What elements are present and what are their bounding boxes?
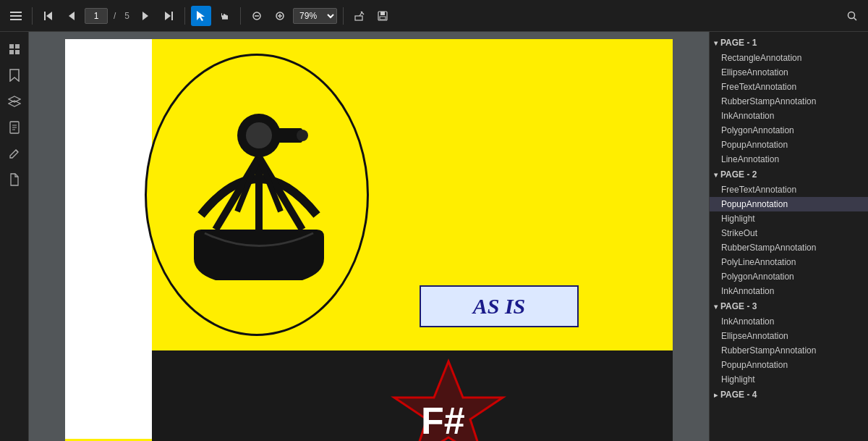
sep4 xyxy=(343,7,344,25)
svg-rect-12 xyxy=(225,14,226,20)
tree-item[interactable]: StrikeOut xyxy=(710,226,868,240)
tree-item[interactable]: FreeTextAnnotation xyxy=(710,80,868,94)
sidebar-edit-button[interactable] xyxy=(3,142,26,165)
svg-rect-24 xyxy=(380,17,386,20)
group-label: PAGE - 4 xyxy=(720,390,757,400)
main-toolbar: 1 / 5 79% 50% 100% 150% xyxy=(0,0,868,32)
tree-item[interactable]: InkAnnotation xyxy=(710,314,868,329)
sep3 xyxy=(240,7,241,25)
save-button[interactable] xyxy=(373,6,393,26)
svg-marker-6 xyxy=(142,12,148,20)
zoom-out-button[interactable] xyxy=(247,6,267,26)
expand-icon: ▾ xyxy=(714,171,718,179)
cursor-tool-button[interactable] xyxy=(191,6,211,26)
svg-text:F#: F# xyxy=(421,400,465,441)
tree-item[interactable]: PopupAnnotation xyxy=(710,197,868,211)
search-area xyxy=(842,6,862,26)
expand-icon: ▸ xyxy=(714,391,718,399)
group-label: PAGE - 3 xyxy=(720,301,757,311)
asis-text: AS IS xyxy=(473,294,526,319)
sidebar-home-button[interactable] xyxy=(3,38,26,61)
tree-item[interactable]: PolygonAnnotation xyxy=(710,123,868,138)
expand-icon: ▾ xyxy=(714,39,718,47)
tree-item[interactable]: RubberStampAnnotation xyxy=(710,240,868,255)
tree-item[interactable]: RectangleAnnotation xyxy=(710,51,868,65)
main-area: PdfViewer xyxy=(0,32,868,441)
tree-item[interactable]: InkAnnotation xyxy=(710,109,868,123)
svg-marker-9 xyxy=(197,11,205,21)
asis-box: AS IS xyxy=(420,285,579,327)
svg-rect-1 xyxy=(10,15,22,17)
svg-rect-23 xyxy=(380,12,385,15)
tree-item[interactable]: EllipseAnnotation xyxy=(710,329,868,343)
svg-marker-4 xyxy=(46,12,52,20)
svg-marker-32 xyxy=(9,101,20,106)
search-button[interactable] xyxy=(842,6,862,26)
pdf-viewer-area[interactable]: PdfViewer xyxy=(29,32,709,441)
page-number-input[interactable]: 1 xyxy=(85,8,108,24)
group-label: PAGE - 2 xyxy=(720,169,757,180)
sidebar-pages-button[interactable] xyxy=(3,116,26,139)
tree-group-page2[interactable]: ▾PAGE - 2 xyxy=(710,167,868,182)
sidebar-layers-button[interactable] xyxy=(3,90,26,113)
black-section: F# xyxy=(152,350,673,441)
sep1 xyxy=(32,7,33,25)
hand-tool-button[interactable] xyxy=(214,6,234,26)
page-total: 5 xyxy=(124,11,129,21)
tree-item[interactable]: RubberStampAnnotation xyxy=(710,94,868,109)
yellow-section: AS IS xyxy=(152,39,673,350)
app-menu-button[interactable] xyxy=(6,6,26,26)
sidebar-file-button[interactable] xyxy=(3,168,26,191)
svg-rect-30 xyxy=(15,50,20,54)
tree-item[interactable]: Highlight xyxy=(710,211,868,226)
svg-line-26 xyxy=(854,17,857,20)
svg-rect-19 xyxy=(355,16,362,20)
pdf-page: PdfViewer xyxy=(65,39,673,441)
tree-item[interactable]: PopupAnnotation xyxy=(710,358,868,372)
sextant-oval xyxy=(145,54,369,336)
svg-line-37 xyxy=(16,150,18,152)
tree-item[interactable]: EllipseAnnotation xyxy=(710,65,868,80)
tree-group-page3[interactable]: ▾PAGE - 3 xyxy=(710,298,868,314)
tree-item[interactable]: InkAnnotation xyxy=(710,284,868,298)
tree-item[interactable]: RubberStampAnnotation xyxy=(710,343,868,358)
svg-point-25 xyxy=(848,12,855,18)
svg-rect-27 xyxy=(9,44,14,49)
svg-rect-11 xyxy=(224,14,225,20)
fsharp-badge: F# xyxy=(376,358,521,441)
svg-marker-31 xyxy=(9,96,20,102)
sep2 xyxy=(184,7,185,25)
sextant-icon xyxy=(158,70,360,316)
svg-rect-2 xyxy=(10,19,22,20)
group-label: PAGE - 1 xyxy=(720,38,757,48)
svg-rect-13 xyxy=(226,15,228,20)
tree-item[interactable]: LineAnnotation xyxy=(710,152,868,167)
svg-rect-0 xyxy=(10,12,22,13)
tree-item[interactable]: PolyLineAnnotation xyxy=(710,255,868,269)
svg-marker-8 xyxy=(165,12,171,20)
svg-point-41 xyxy=(297,130,308,141)
sidebar-bookmark-button[interactable] xyxy=(3,64,26,87)
svg-rect-10 xyxy=(222,15,224,20)
left-sidebar xyxy=(0,32,29,441)
zoom-select[interactable]: 79% 50% 100% 150% xyxy=(293,8,337,24)
page-separator: / xyxy=(114,11,116,21)
tree-item[interactable]: Highlight xyxy=(710,372,868,387)
tree-item[interactable]: FreeTextAnnotation xyxy=(710,182,868,197)
redact-button[interactable] xyxy=(349,6,370,26)
right-panel: ▾PAGE - 1RectangleAnnotationEllipseAnnot… xyxy=(709,32,868,441)
last-page-button[interactable] xyxy=(158,6,179,26)
first-page-button[interactable] xyxy=(38,6,59,26)
tree-item[interactable]: PolygonAnnotation xyxy=(710,269,868,284)
tree-group-page1[interactable]: ▾PAGE - 1 xyxy=(710,35,868,51)
expand-icon: ▾ xyxy=(714,303,718,311)
svg-rect-28 xyxy=(15,44,20,49)
svg-point-39 xyxy=(246,122,272,148)
tree-group-page4[interactable]: ▸PAGE - 4 xyxy=(710,387,868,403)
svg-marker-5 xyxy=(69,12,75,20)
prev-page-button[interactable] xyxy=(61,6,82,26)
tree-item[interactable]: PopupAnnotation xyxy=(710,138,868,152)
next-page-button[interactable] xyxy=(135,6,156,26)
zoom-in-button[interactable] xyxy=(270,6,290,26)
fsharp-star-icon: F# xyxy=(376,358,521,441)
